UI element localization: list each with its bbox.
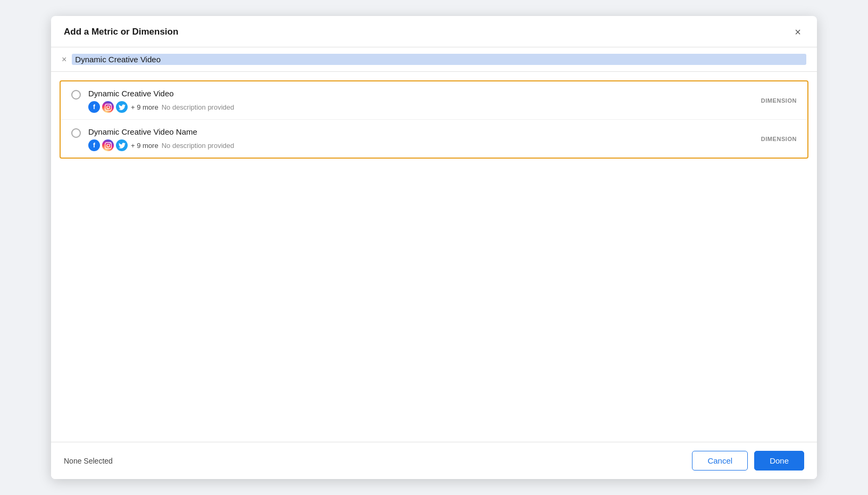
radio-dynamic-creative-video[interactable] bbox=[71, 90, 81, 100]
social-icons: f bbox=[88, 101, 128, 113]
results-list: Dynamic Creative Video f bbox=[60, 80, 808, 159]
item-meta: f + 9 mor bbox=[88, 101, 797, 113]
twitter-icon bbox=[116, 101, 128, 113]
list-item: Dynamic Creative Video f bbox=[61, 81, 807, 120]
modal-title: Add a Metric or Dimension bbox=[64, 27, 178, 37]
instagram-icon bbox=[102, 139, 114, 151]
facebook-icon: f bbox=[88, 101, 100, 113]
selection-status: None Selected bbox=[64, 457, 113, 465]
dimension-badge: DIMENSION bbox=[761, 136, 797, 142]
social-icons: f bbox=[88, 139, 128, 151]
dimension-badge: DIMENSION bbox=[761, 97, 797, 104]
item-description: No description provided bbox=[162, 103, 235, 111]
more-count: + 9 more bbox=[131, 103, 158, 111]
footer-buttons: Cancel Done bbox=[692, 451, 804, 471]
item-name: Dynamic Creative Video bbox=[88, 89, 797, 98]
search-clear-button[interactable]: × bbox=[62, 55, 66, 64]
item-meta: f + 9 mor bbox=[88, 139, 797, 151]
more-count: + 9 more bbox=[131, 142, 158, 150]
done-button[interactable]: Done bbox=[754, 451, 804, 471]
twitter-icon bbox=[116, 139, 128, 151]
item-name: Dynamic Creative Video Name bbox=[88, 127, 797, 136]
modal-close-button[interactable]: × bbox=[791, 26, 804, 38]
facebook-icon: f bbox=[88, 139, 100, 151]
search-input[interactable] bbox=[72, 54, 806, 65]
results-container: Dynamic Creative Video f bbox=[51, 72, 817, 442]
instagram-icon bbox=[102, 101, 114, 113]
modal-header: Add a Metric or Dimension × bbox=[51, 16, 817, 47]
item-description: No description provided bbox=[162, 142, 235, 150]
list-item: Dynamic Creative Video Name f bbox=[61, 120, 807, 158]
cancel-button[interactable]: Cancel bbox=[692, 451, 748, 471]
add-metric-modal: Add a Metric or Dimension × × Dynamic Cr… bbox=[51, 16, 817, 479]
modal-footer: None Selected Cancel Done bbox=[51, 442, 817, 479]
radio-dynamic-creative-video-name[interactable] bbox=[71, 128, 81, 138]
search-bar: × bbox=[51, 47, 817, 72]
